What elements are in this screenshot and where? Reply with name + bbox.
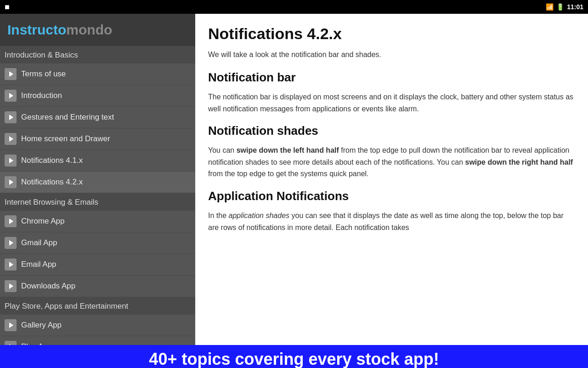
promo-banner: 40+ topics covering every stock app! [0,345,588,368]
play-icon-chrome [5,215,17,227]
play-icon-gestures [5,111,17,123]
battery-icon: 🔋 [556,3,564,11]
nav-label-notif41: Notifications 4.1.x [21,156,83,165]
clock: 11:01 [567,3,583,11]
nav-item-gallery[interactable]: Gallery App [0,315,195,336]
sidebar-scroll[interactable]: Introduction & Basics Terms of use Intro… [0,46,195,345]
app-icon: ■ [5,2,10,12]
main-layout: Instructomondo Introduction & Basics Ter… [0,14,588,345]
nav-label-gallery: Gallery App [21,321,62,330]
nav-item-notif41[interactable]: Notifications 4.1.x [0,150,195,172]
section-header-internet: Internet Browsing & Emails [0,193,195,211]
nav-label-email: Email App [21,260,57,269]
logo-part2: mondo [66,22,112,37]
play-icon-introduction [5,90,17,102]
nav-label-gestures: Gestures and Entering text [21,113,114,122]
nav-label-terms: Terms of use [21,69,66,79]
section-para-2: You can swipe down the left hand half fr… [208,144,575,180]
status-bar-left: ■ [5,2,10,12]
nav-label-notif42: Notifications 4.2.x [21,178,83,187]
content-intro: We will take a look at the notification … [208,49,575,60]
nav-label-introduction: Introduction [21,91,62,100]
status-bar: ■ 📶 🔋 11:01 [0,0,588,14]
nav-label-homescreen: Home screen and Drawer [21,134,110,144]
nav-item-playapps[interactable]: Play Apps [0,336,195,345]
section-heading-2: Notification shades [208,124,575,138]
section-para-1: The notification bar is displayed on mos… [208,91,575,115]
play-icon-playapps [5,341,17,345]
nav-item-downloads[interactable]: Downloads App [0,276,195,297]
nav-item-homescreen[interactable]: Home screen and Drawer [0,128,195,150]
play-icon-gallery [5,319,17,331]
nav-label-gmail: Gmail App [21,238,57,247]
play-icon-terms [5,68,17,80]
nav-item-chrome[interactable]: Chrome App [0,211,195,232]
play-icon-email [5,259,17,270]
section-heading-1: Notification bar [208,70,575,85]
nav-label-chrome: Chrome App [21,217,65,226]
nav-item-gmail[interactable]: Gmail App [0,232,195,254]
nav-item-gestures[interactable]: Gestures and Entering text [0,107,195,128]
logo: Instructomondo [7,22,112,38]
nav-item-terms[interactable]: Terms of use [0,63,195,85]
play-icon-homescreen [5,133,17,145]
section-para-3: In the application shades you can see th… [208,210,575,233]
section-header-intro: Introduction & Basics [0,46,195,63]
section-header-playstore: Play Store, Apps and Entertainment [0,297,195,315]
nav-item-email[interactable]: Email App [0,254,195,276]
sidebar: Instructomondo Introduction & Basics Ter… [0,14,195,345]
wifi-icon: 📶 [546,3,554,11]
promo-text: 40+ topics covering every stock app! [149,350,439,368]
play-icon-downloads [5,280,17,292]
section-heading-3: Application Notifications [208,189,575,203]
play-icon-notif41 [5,155,17,167]
nav-label-downloads: Downloads App [21,282,75,291]
content-area[interactable]: Notifications 4.2.x We will take a look … [195,14,588,345]
logo-area: Instructomondo [0,14,195,46]
logo-part1: Instructo [7,22,66,37]
play-icon-notif42 [5,176,17,188]
content-title: Notifications 4.2.x [208,25,575,43]
play-icon-gmail [5,237,17,249]
nav-label-playapps: Play Apps [21,342,56,345]
nav-item-introduction[interactable]: Introduction [0,85,195,107]
status-bar-right: 📶 🔋 11:01 [546,3,583,11]
nav-item-notif42[interactable]: Notifications 4.2.x [0,172,195,193]
